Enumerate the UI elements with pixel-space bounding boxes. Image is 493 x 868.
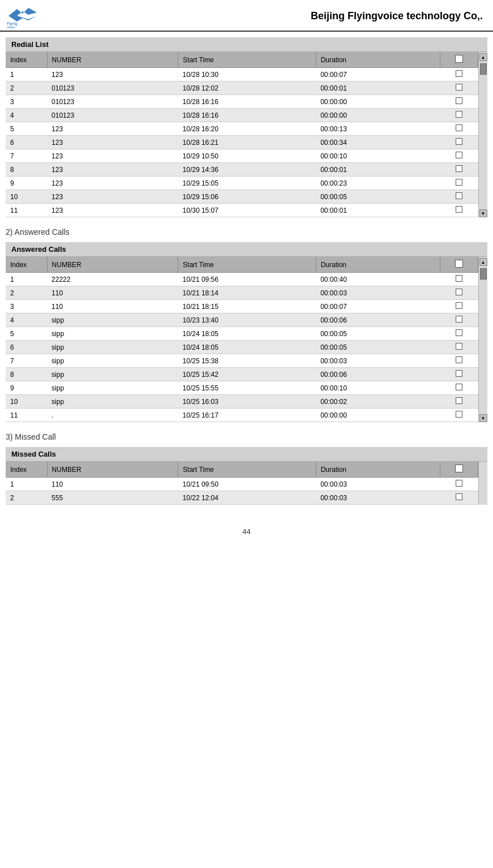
cell-index: 2 [6,81,47,95]
cell-index: 1 [6,273,47,286]
cell-duration: 00:00:10 [316,149,440,163]
scroll-thumb[interactable] [480,63,487,75]
page-number: 44 [0,527,493,536]
cell-index: 3 [6,95,47,109]
cell-checkbox[interactable] [440,190,478,204]
cell-checkbox[interactable] [440,163,478,177]
section2-label: 2) Answered Calls [6,227,493,237]
row-checkbox[interactable] [456,275,462,282]
row-checkbox[interactable] [456,356,462,363]
cell-start: 10/25 15:38 [178,354,316,368]
cell-number: 123 [47,68,178,81]
cell-number: 123 [47,163,178,177]
cell-checkbox[interactable] [440,354,478,368]
answered-table-wrapper: Index NUMBER Start Time Duration 1 22222… [6,257,487,422]
row-checkbox[interactable] [456,384,462,390]
cell-number: sipp [47,368,178,381]
cell-checkbox[interactable] [440,381,478,395]
cell-checkbox[interactable] [440,409,478,422]
cell-checkbox[interactable] [440,286,478,300]
cell-duration: 00:00:10 [316,381,440,395]
cell-checkbox[interactable] [440,273,478,286]
cell-index: 4 [6,109,47,122]
cell-checkbox[interactable] [440,122,478,136]
row-checkbox[interactable] [456,165,462,172]
cell-number: 123 [47,177,178,190]
cell-duration: 00:00:00 [316,109,440,122]
cell-start: 10/24 18:05 [178,327,316,341]
row-checkbox[interactable] [456,329,462,336]
cell-duration: 00:00:07 [316,68,440,81]
cell-duration: 00:00:01 [316,81,440,95]
cell-checkbox[interactable] [440,177,478,190]
row-checkbox[interactable] [456,302,462,309]
cell-checkbox[interactable] [440,136,478,149]
row-checkbox[interactable] [456,152,462,158]
scroll-thumb[interactable] [480,268,487,280]
cell-checkbox[interactable] [440,300,478,313]
table-row: 4 sipp 10/23 13:40 00:00:06 [6,313,478,327]
cell-checkbox[interactable] [440,341,478,354]
row-checkbox[interactable] [456,111,462,118]
cell-checkbox[interactable] [440,313,478,327]
row-checkbox[interactable] [456,192,462,199]
row-checkbox[interactable] [456,70,462,77]
scroll-up-arrow[interactable]: ▲ [479,258,487,266]
row-checkbox[interactable] [456,397,462,404]
cell-start: 10/25 16:17 [178,409,316,422]
th-checkbox[interactable] [440,462,478,478]
row-checkbox[interactable] [456,480,462,487]
row-checkbox[interactable] [456,124,462,131]
cell-checkbox[interactable] [440,395,478,409]
cell-duration: 00:00:03 [316,286,440,300]
table-row: 10 sipp 10/25 16:03 00:00:02 [6,395,478,409]
scroll-down-arrow[interactable]: ▼ [479,414,487,422]
select-all-checkbox-answered[interactable] [455,260,463,268]
scroll-down-arrow[interactable]: ▼ [479,209,487,217]
cell-start: 10/28 16:21 [178,136,316,149]
scroll-up-arrow[interactable]: ▲ [479,53,487,61]
th-checkbox[interactable] [440,257,478,273]
row-checkbox[interactable] [456,84,462,91]
row-checkbox[interactable] [456,289,462,295]
cell-number: sipp [47,313,178,327]
row-checkbox[interactable] [456,206,462,213]
cell-duration: 00:00:03 [316,354,440,368]
table-row: 2 010123 10/28 12:02 00:00:01 [6,81,478,95]
cell-checkbox[interactable] [440,149,478,163]
cell-checkbox[interactable] [440,478,478,491]
cell-checkbox[interactable] [440,204,478,217]
row-checkbox[interactable] [456,138,462,145]
row-checkbox[interactable] [456,97,462,104]
redial-scrollbar[interactable]: ▲ ▼ [478,52,487,217]
cell-checkbox[interactable] [440,68,478,81]
row-checkbox[interactable] [456,493,462,500]
cell-index: 11 [6,409,47,422]
cell-checkbox[interactable] [440,81,478,95]
cell-start: 10/30 15:07 [178,204,316,217]
row-checkbox[interactable] [456,343,462,350]
answered-scrollbar[interactable]: ▲ ▼ [478,257,487,422]
cell-number: 555 [47,491,178,505]
cell-start: 10/25 15:42 [178,368,316,381]
cell-start: 10/21 18:14 [178,286,316,300]
header-title: Beijing Flyingvoice technology Co,. [40,10,487,22]
cell-index: 5 [6,122,47,136]
table-row: 1 110 10/21 09:50 00:00:03 [6,478,478,491]
cell-duration: 00:00:40 [316,273,440,286]
row-checkbox[interactable] [456,370,462,377]
th-checkbox[interactable] [440,52,478,68]
page-header: Flying Voice Beijing Flyingvoice technol… [0,0,493,32]
cell-checkbox[interactable] [440,109,478,122]
cell-checkbox[interactable] [440,368,478,381]
cell-start: 10/22 12:04 [178,491,316,505]
row-checkbox[interactable] [456,179,462,186]
select-all-checkbox-missed[interactable] [455,465,463,472]
row-checkbox[interactable] [456,411,462,418]
cell-checkbox[interactable] [440,491,478,505]
row-checkbox[interactable] [456,316,462,323]
cell-checkbox[interactable] [440,327,478,341]
cell-start: 10/28 12:02 [178,81,316,95]
select-all-checkbox[interactable] [455,55,463,63]
cell-checkbox[interactable] [440,95,478,109]
